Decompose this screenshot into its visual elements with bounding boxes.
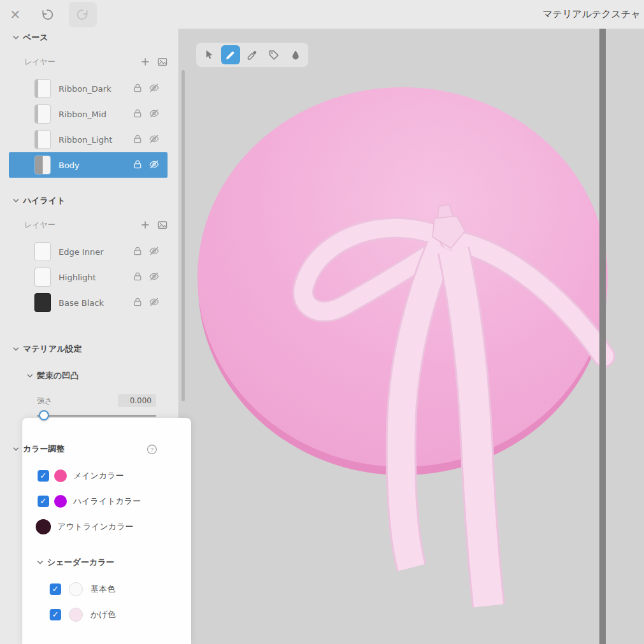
base-color-row: 基本色 bbox=[0, 576, 178, 602]
layers-label: レイヤー bbox=[24, 57, 55, 68]
subsection-header-shader-color[interactable]: シェーダーカラー bbox=[0, 556, 178, 569]
highlight-layer-list: Edge Inner Highlight Base Black bbox=[0, 239, 178, 315]
layer-name: Highlight bbox=[59, 273, 96, 282]
section-header-color-adjust[interactable]: カラー調整 bbox=[0, 443, 178, 455]
lock-icon[interactable] bbox=[132, 108, 143, 120]
eyedropper-tool-button[interactable] bbox=[286, 45, 305, 64]
shade-color-label: かげ色 bbox=[90, 609, 116, 620]
outline-color-swatch[interactable] bbox=[36, 519, 51, 534]
undo-button[interactable] bbox=[36, 4, 59, 25]
layer-thumbnail bbox=[34, 242, 51, 261]
strength-value-field[interactable]: 0.000 bbox=[118, 394, 156, 407]
add-layer-button[interactable] bbox=[140, 56, 151, 68]
select-tool-button[interactable] bbox=[199, 45, 218, 64]
layer-row-body-selected[interactable]: Body bbox=[9, 152, 168, 178]
visibility-off-icon[interactable] bbox=[148, 159, 160, 171]
help-icon[interactable] bbox=[147, 443, 158, 455]
layers-panel: ベース レイヤー Ribbon_Dark Ribbon_Mid bbox=[0, 29, 178, 644]
layer-row-highlight[interactable]: Highlight bbox=[9, 264, 168, 290]
layer-name: Ribbon_Light bbox=[59, 135, 112, 145]
highlight-color-swatch[interactable] bbox=[54, 495, 67, 508]
section-header-base[interactable]: ベース bbox=[0, 31, 178, 44]
layer-thumbnail bbox=[34, 104, 51, 124]
subsection-header-bump[interactable]: 髪束の凹凸 bbox=[0, 369, 178, 382]
visibility-off-icon[interactable] bbox=[148, 108, 160, 120]
add-layer-button[interactable] bbox=[140, 219, 151, 231]
layer-thumbnail bbox=[34, 293, 51, 312]
layer-row-ribbon-light[interactable]: Ribbon_Light bbox=[9, 127, 168, 152]
lock-icon[interactable] bbox=[132, 83, 143, 94]
layer-thumbnail bbox=[34, 130, 51, 149]
slider-track[interactable] bbox=[37, 415, 156, 417]
strength-slider[interactable] bbox=[0, 410, 178, 422]
chevron-down-icon bbox=[11, 345, 20, 354]
add-image-layer-button[interactable] bbox=[157, 219, 168, 231]
layer-thumbnail bbox=[34, 268, 51, 287]
highlight-color-checkbox[interactable] bbox=[38, 496, 49, 507]
base-color-swatch[interactable] bbox=[69, 582, 83, 596]
main-color-label: メインカラー bbox=[73, 470, 124, 482]
chevron-down-icon bbox=[11, 33, 20, 42]
layer-row-base-black[interactable]: Base Black bbox=[9, 290, 168, 315]
layers-subheader: レイヤー bbox=[0, 55, 178, 68]
paint-toolbar bbox=[196, 43, 308, 67]
layer-name: Edge Inner bbox=[59, 247, 104, 257]
main-color-swatch[interactable] bbox=[54, 469, 67, 482]
subsection-title: 髪束の凹凸 bbox=[37, 370, 78, 382]
chevron-down-icon bbox=[11, 196, 20, 205]
shade-color-checkbox[interactable] bbox=[50, 609, 61, 620]
strength-setting-row: 強さ 0.000 bbox=[0, 394, 178, 408]
layer-thumbnail bbox=[34, 155, 51, 175]
base-layer-list: Ribbon_Dark Ribbon_Mid Ribbon_Light bbox=[0, 76, 178, 178]
shade-color-swatch[interactable] bbox=[69, 608, 83, 622]
redo-button[interactable] bbox=[69, 2, 97, 27]
base-color-checkbox[interactable] bbox=[50, 583, 61, 595]
layer-row-edge-inner[interactable]: Edge Inner bbox=[9, 239, 168, 264]
lock-icon[interactable] bbox=[132, 246, 143, 257]
canvas-vertical-scrollbar[interactable] bbox=[599, 29, 606, 644]
strength-label: 強さ bbox=[37, 396, 52, 406]
visibility-off-icon[interactable] bbox=[148, 246, 160, 257]
chevron-down-icon bbox=[11, 445, 20, 454]
layer-name: Ribbon_Mid bbox=[59, 110, 106, 119]
chevron-down-icon bbox=[25, 371, 34, 380]
shade-color-row: かげ色 bbox=[0, 602, 178, 627]
chevron-down-icon bbox=[36, 558, 45, 567]
section-title: マテリアル設定 bbox=[23, 343, 82, 355]
slider-knob[interactable] bbox=[39, 410, 49, 420]
section-header-highlight[interactable]: ハイライト bbox=[0, 194, 178, 207]
topbar: ✕ マテリアルテクスチャ bbox=[0, 0, 644, 29]
highlight-color-row: ハイライトカラー bbox=[0, 489, 178, 514]
section-header-material-settings[interactable]: マテリアル設定 bbox=[0, 343, 178, 355]
layer-name: Ribbon_Dark bbox=[59, 84, 111, 94]
layers-subheader: レイヤー bbox=[0, 218, 178, 231]
main-color-checkbox[interactable] bbox=[38, 470, 49, 482]
section-title: ハイライト bbox=[23, 195, 66, 206]
visibility-off-icon[interactable] bbox=[148, 271, 160, 283]
marker-tool-button[interactable] bbox=[243, 45, 262, 64]
layer-row-ribbon-mid[interactable]: Ribbon_Mid bbox=[9, 101, 168, 127]
tag-tool-button[interactable] bbox=[264, 45, 283, 64]
add-image-layer-button[interactable] bbox=[157, 56, 168, 68]
close-button[interactable]: ✕ bbox=[4, 4, 27, 25]
shader-color-rows: 基本色 かげ色 bbox=[0, 576, 178, 627]
subsection-title: シェーダーカラー bbox=[47, 557, 115, 568]
section-title: カラー調整 bbox=[23, 443, 65, 455]
layer-thumbnail bbox=[34, 79, 51, 98]
visibility-off-icon[interactable] bbox=[148, 134, 160, 145]
main-color-row: メインカラー bbox=[0, 463, 178, 489]
lock-icon[interactable] bbox=[132, 134, 143, 145]
lock-icon[interactable] bbox=[132, 271, 143, 283]
lock-icon[interactable] bbox=[132, 159, 143, 171]
lock-icon[interactable] bbox=[132, 297, 143, 308]
texture-paint-viewport[interactable] bbox=[178, 29, 644, 644]
hat-3d-render bbox=[178, 29, 644, 644]
outline-color-row: アウトラインカラー bbox=[0, 514, 178, 540]
layer-row-ribbon-dark[interactable]: Ribbon_Dark bbox=[9, 76, 168, 101]
sidebar-scrollbar[interactable] bbox=[182, 70, 185, 401]
visibility-off-icon[interactable] bbox=[148, 83, 160, 94]
layer-name: Body bbox=[59, 161, 80, 170]
visibility-off-icon[interactable] bbox=[148, 297, 160, 308]
highlight-color-label: ハイライトカラー bbox=[73, 496, 141, 507]
brush-tool-button[interactable] bbox=[221, 45, 240, 64]
